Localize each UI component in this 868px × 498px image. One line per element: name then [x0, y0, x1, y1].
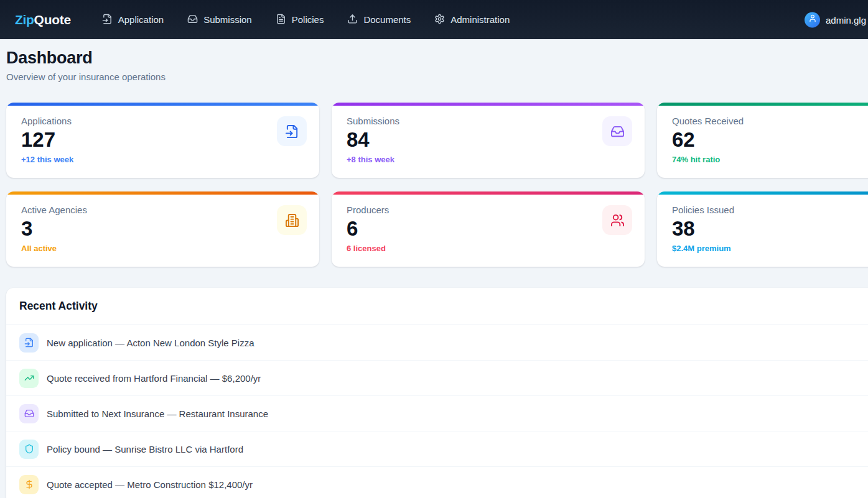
brand-logo-quote: Quote — [34, 12, 71, 27]
user-menu[interactable]: admin.glg — [805, 12, 866, 27]
nav-item-documents[interactable]: Documents — [347, 14, 411, 26]
stat-value: 38 — [672, 218, 868, 240]
recent-activity-title: Recent Activity — [6, 288, 868, 325]
nav-item-policies[interactable]: Policies — [276, 14, 324, 26]
stat-label: Submissions — [347, 116, 630, 126]
activity-text: New application — Acton New London Style… — [47, 338, 254, 348]
user-icon — [808, 14, 817, 25]
stat-label: Policies Issued — [672, 205, 868, 215]
stat-subtext: +8 this week — [347, 155, 630, 164]
nav-item-administration[interactable]: Administration — [434, 14, 510, 26]
brand-logo-zip: Zip — [15, 12, 34, 27]
stat-label: Producers — [347, 205, 630, 215]
brand-logo[interactable]: ZipQuote — [15, 12, 71, 27]
stat-value: 127 — [21, 129, 304, 151]
stat-subtext: 6 licensed — [347, 244, 630, 253]
inbox-icon — [187, 14, 198, 26]
stat-accent-strip — [6, 191, 319, 195]
stat-label: Applications — [21, 116, 304, 126]
stats-grid: Applications127+12 this weekSubmissions8… — [6, 103, 868, 267]
stat-accent-strip — [657, 103, 868, 106]
file-input-icon — [277, 116, 307, 146]
activity-row: Submitted to Next Insurance — Restaurant… — [6, 396, 868, 431]
stat-value: 62 — [672, 129, 868, 151]
stat-subtext: 74% hit ratio — [672, 155, 868, 164]
nav-item-label: Application — [118, 14, 164, 25]
avatar — [805, 12, 820, 27]
inbox-icon — [602, 116, 632, 146]
nav-items: ApplicationSubmissionPoliciesDocumentsAd… — [102, 14, 510, 26]
activity-text: Quote received from Hartford Financial —… — [47, 373, 261, 384]
stat-subtext: All active — [21, 244, 304, 253]
file-text-icon — [276, 14, 286, 26]
stat-subtext: +12 this week — [21, 155, 304, 164]
activity-row: Quote received from Hartford Financial —… — [6, 361, 868, 396]
stat-card-producers: Producers66 licensed — [332, 191, 645, 267]
stat-subtext: $2.4M premium — [672, 244, 868, 253]
stat-label: Active Agencies — [21, 205, 304, 215]
activity-row: Policy bound — Sunrise Bistro LLC via Ha… — [6, 431, 868, 467]
stat-card-quotes-received: Quotes Received6274% hit ratio — [657, 103, 868, 178]
gear-icon — [434, 14, 445, 26]
shield-icon — [19, 440, 39, 459]
stat-accent-strip — [6, 103, 319, 106]
activity-text: Submitted to Next Insurance — Restaurant… — [47, 408, 268, 419]
stat-value: 3 — [21, 218, 304, 240]
stat-card-active-agencies: Active Agencies3All active — [6, 191, 319, 267]
stat-accent-strip — [332, 191, 645, 195]
recent-activity-panel: Recent Activity New application — Acton … — [6, 288, 868, 498]
trending-up-icon — [19, 369, 39, 388]
stat-accent-strip — [657, 191, 868, 195]
activity-text: Quote accepted — Metro Construction $12,… — [47, 479, 253, 490]
stat-value: 84 — [347, 129, 630, 151]
stat-value: 6 — [347, 218, 630, 240]
page-subtitle: Overview of your insurance operations — [6, 71, 868, 82]
stat-card-applications: Applications127+12 this week — [6, 103, 319, 178]
page-title: Dashboard — [6, 48, 868, 68]
nav-item-application[interactable]: Application — [102, 14, 164, 26]
stat-label: Quotes Received — [672, 116, 868, 126]
inbox-icon — [19, 404, 39, 423]
activity-row: New application — Acton New London Style… — [6, 325, 868, 361]
file-input-icon — [102, 14, 113, 26]
activity-text: Policy bound — Sunrise Bistro LLC via Ha… — [47, 444, 243, 454]
stat-card-submissions: Submissions84+8 this week — [332, 103, 645, 178]
stat-card-policies-issued: Policies Issued38$2.4M premium — [657, 191, 868, 267]
activity-list: New application — Acton New London Style… — [6, 325, 868, 498]
nav-item-label: Administration — [450, 14, 510, 25]
main-content: Dashboard Overview of your insurance ope… — [0, 39, 868, 498]
nav-item-label: Policies — [292, 14, 324, 25]
building-icon — [277, 205, 307, 235]
top-nav: ZipQuote ApplicationSubmissionPoliciesDo… — [0, 0, 868, 39]
activity-row: Quote accepted — Metro Construction $12,… — [6, 467, 868, 498]
user-name: admin.glg — [826, 14, 866, 25]
file-input-icon — [19, 333, 39, 353]
nav-item-label: Submission — [203, 14, 252, 25]
nav-item-submission[interactable]: Submission — [187, 14, 252, 26]
users-icon — [602, 205, 632, 235]
dollar-icon — [19, 475, 39, 494]
stat-accent-strip — [332, 103, 645, 106]
upload-icon — [347, 14, 358, 26]
nav-item-label: Documents — [363, 14, 411, 25]
